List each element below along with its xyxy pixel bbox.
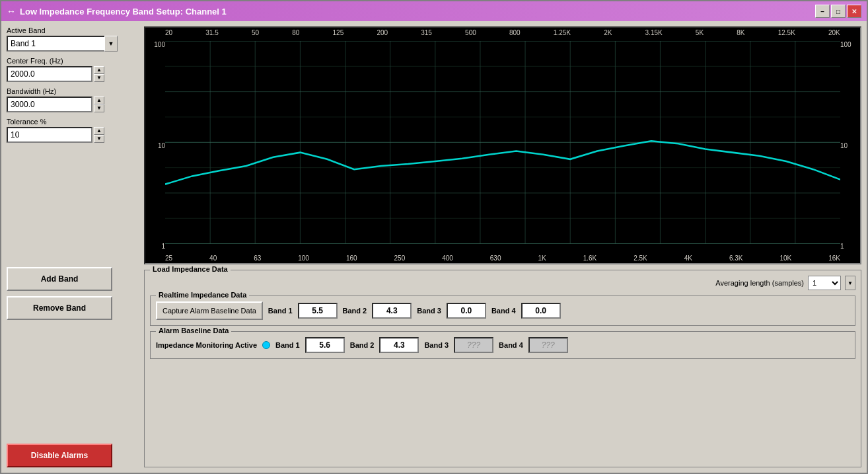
alarm-band1-label: Band 1 bbox=[275, 341, 300, 349]
top-label-8: 500 bbox=[465, 29, 476, 36]
disable-alarms-button[interactable]: Disable Alarms bbox=[7, 444, 112, 467]
left-panel: Active Band Band 1 Band 2 Band 3 Band 4 … bbox=[7, 26, 139, 467]
alarm-band2-value: 4.3 bbox=[379, 337, 419, 353]
alarm-band3-value: ??? bbox=[454, 337, 493, 353]
active-band-dropdown-arrow[interactable]: ▼ bbox=[104, 36, 118, 52]
bot-label-14: 10K bbox=[779, 255, 791, 262]
alarm-baseline-title: Alarm Baseline Data bbox=[156, 327, 231, 335]
top-label-3: 50 bbox=[252, 29, 259, 36]
top-label-15: 12.5K bbox=[778, 29, 795, 36]
top-label-13: 5K bbox=[696, 29, 704, 36]
monitoring-label: Impedance Monitoring Active bbox=[156, 341, 257, 349]
alarm-band4-value: ??? bbox=[528, 337, 568, 353]
top-label-1: 20 bbox=[165, 29, 172, 36]
bot-label-11: 2.5K bbox=[633, 255, 647, 262]
center-freq-label: Center Freq. (Hz) bbox=[7, 57, 139, 65]
bandwidth-group: Bandwidth (Hz) ▲ ▼ bbox=[7, 87, 139, 112]
bot-label-3: 63 bbox=[254, 255, 261, 262]
top-label-9: 800 bbox=[509, 29, 521, 36]
remove-band-button[interactable]: Remove Band bbox=[7, 296, 112, 320]
realtime-band2-label: Band 2 bbox=[343, 307, 367, 315]
bandwidth-label: Bandwidth (Hz) bbox=[7, 87, 139, 95]
realtime-band3-label: Band 3 bbox=[417, 307, 441, 315]
realtime-data-row: Capture Alarm Baseline Data Band 1 5.5 B… bbox=[156, 301, 850, 320]
bot-label-15: 16K bbox=[828, 255, 840, 262]
load-impedance-section: Load Impedance Data Averaging length (sa… bbox=[144, 270, 861, 467]
chart-top-labels: 20 31.5 50 80 125 200 315 500 800 1.25K … bbox=[165, 29, 840, 36]
tolerance-up[interactable]: ▲ bbox=[94, 127, 104, 135]
bandwidth-spinner: ▲ ▼ bbox=[94, 97, 104, 112]
center-freq-spinner: ▲ ▼ bbox=[94, 66, 104, 82]
minimize-button[interactable]: – bbox=[815, 5, 830, 18]
center-freq-input[interactable] bbox=[7, 66, 92, 82]
alarm-band3-label: Band 3 bbox=[424, 341, 449, 349]
chart-right-labels: 100 10 1 bbox=[840, 41, 859, 250]
realtime-band3-value: 0.0 bbox=[447, 303, 486, 319]
averaging-label: Averaging length (samples) bbox=[715, 279, 804, 287]
tolerance-input[interactable] bbox=[7, 127, 92, 143]
load-impedance-title: Load Impedance Data bbox=[150, 265, 231, 273]
bot-label-8: 630 bbox=[490, 255, 501, 262]
main-content: Active Band Band 1 Band 2 Band 3 Band 4 … bbox=[1, 21, 867, 473]
frequency-chart: 20 31.5 50 80 125 200 315 500 800 1.25K … bbox=[144, 26, 861, 264]
alarm-band4-label: Band 4 bbox=[499, 341, 523, 349]
bot-label-9: 1K bbox=[538, 255, 546, 262]
active-band-label: Active Band bbox=[7, 26, 139, 34]
tolerance-row: ▲ ▼ bbox=[7, 127, 139, 143]
chart-left-labels: 100 10 1 bbox=[147, 41, 165, 250]
top-label-11: 2K bbox=[604, 29, 612, 36]
realtime-impedance-title: Realtime Impedance Data bbox=[156, 291, 249, 299]
top-label-2: 31.5 bbox=[205, 29, 218, 36]
chart-svg bbox=[165, 41, 840, 244]
realtime-band2-value: 4.3 bbox=[372, 303, 412, 319]
top-label-4: 80 bbox=[292, 29, 299, 36]
active-band-dropdown[interactable]: Band 1 Band 2 Band 3 Band 4 bbox=[7, 36, 106, 52]
add-band-button[interactable]: Add Band bbox=[7, 267, 112, 291]
averaging-dropdown-arrow[interactable]: ▼ bbox=[845, 276, 855, 290]
top-label-5: 125 bbox=[333, 29, 344, 36]
main-window: ↔ Low Impedance Frequency Band Setup: Ch… bbox=[0, 0, 868, 474]
realtime-band4-label: Band 4 bbox=[491, 307, 516, 315]
bot-label-7: 400 bbox=[442, 255, 453, 262]
bot-label-12: 4K bbox=[684, 255, 692, 262]
bot-label-5: 160 bbox=[346, 255, 357, 262]
center-freq-row: ▲ ▼ bbox=[7, 66, 139, 82]
chart-bottom-labels: 25 40 63 100 160 250 400 630 1K 1.6K 2.5… bbox=[165, 255, 840, 262]
bot-label-6: 250 bbox=[394, 255, 406, 262]
alarm-band2-label: Band 2 bbox=[350, 341, 375, 349]
top-label-16: 20K bbox=[828, 29, 840, 36]
top-label-12: 3.15K bbox=[645, 29, 663, 36]
window-controls: – □ ✕ bbox=[815, 5, 861, 18]
title-icon: ↔ bbox=[7, 6, 16, 17]
realtime-band1-label: Band 1 bbox=[268, 307, 293, 315]
averaging-dropdown[interactable]: 1 2 4 8 bbox=[808, 276, 841, 290]
tolerance-spinner: ▲ ▼ bbox=[94, 127, 104, 143]
active-band-dropdown-wrapper: Band 1 Band 2 Band 3 Band 4 ▼ bbox=[7, 36, 139, 52]
bandwidth-row: ▲ ▼ bbox=[7, 97, 139, 112]
right-panel: 20 31.5 50 80 125 200 315 500 800 1.25K … bbox=[144, 26, 861, 467]
bandwidth-input[interactable] bbox=[7, 97, 92, 112]
monitoring-status-dot bbox=[262, 341, 270, 349]
top-label-7: 315 bbox=[421, 29, 432, 36]
bandwidth-up[interactable]: ▲ bbox=[94, 97, 104, 104]
averaging-row: Averaging length (samples) 1 2 4 8 ▼ bbox=[150, 276, 855, 290]
tolerance-down[interactable]: ▼ bbox=[94, 135, 104, 143]
active-band-group: Active Band Band 1 Band 2 Band 3 Band 4 … bbox=[7, 26, 139, 52]
bot-label-10: 1.6K bbox=[583, 255, 597, 262]
center-freq-up[interactable]: ▲ bbox=[94, 66, 104, 74]
realtime-band4-value: 0.0 bbox=[521, 303, 561, 319]
bandwidth-down[interactable]: ▼ bbox=[94, 104, 104, 112]
realtime-impedance-section: Realtime Impedance Data Capture Alarm Ba… bbox=[150, 296, 855, 326]
alarm-baseline-section: Alarm Baseline Data Impedance Monitoring… bbox=[150, 331, 855, 359]
close-button[interactable]: ✕ bbox=[847, 5, 861, 18]
tolerance-label: Tolerance % bbox=[7, 118, 139, 126]
top-label-6: 200 bbox=[377, 29, 388, 36]
tolerance-group: Tolerance % ▲ ▼ bbox=[7, 118, 139, 143]
center-freq-down[interactable]: ▼ bbox=[94, 74, 104, 82]
bot-label-1: 25 bbox=[165, 255, 172, 262]
capture-baseline-button[interactable]: Capture Alarm Baseline Data bbox=[156, 301, 263, 320]
window-title: Low Impedance Frequency Band Setup: Chan… bbox=[20, 7, 815, 17]
maximize-button[interactable]: □ bbox=[831, 5, 846, 18]
center-freq-group: Center Freq. (Hz) ▲ ▼ bbox=[7, 57, 139, 82]
alarm-data-row: Impedance Monitoring Active Band 1 5.6 B… bbox=[156, 337, 850, 353]
